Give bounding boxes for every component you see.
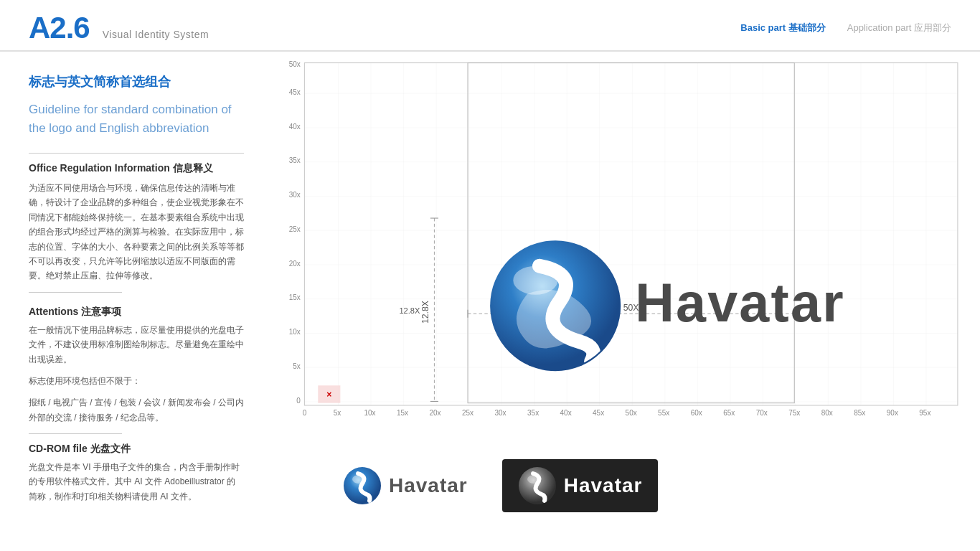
section-title-zh: 标志与英文简称首选组合 bbox=[29, 73, 244, 90]
svg-text:10x: 10x bbox=[289, 328, 301, 336]
svg-text:45x: 45x bbox=[289, 88, 301, 96]
logo-dark-version: Havatar bbox=[502, 459, 659, 512]
svg-text:90x: 90x bbox=[887, 409, 898, 417]
cdrom-body: 光盘文件是本 VI 手册电子文件的集合，内含手册制作时的专用软件格式文件。其中 … bbox=[29, 460, 244, 504]
svg-text:20x: 20x bbox=[289, 260, 301, 268]
guideline-text: Guideline for standard combination of th… bbox=[29, 100, 244, 137]
svg-text:15x: 15x bbox=[289, 293, 301, 301]
svg-text:85x: 85x bbox=[854, 409, 865, 417]
page-header: A2.6 Visual Identity System Basic part 基… bbox=[0, 0, 980, 52]
svg-text:55x: 55x bbox=[658, 409, 669, 417]
main-content: 标志与英文简称首选组合 Guideline for standard combi… bbox=[0, 52, 980, 532]
svg-text:50x: 50x bbox=[289, 60, 301, 68]
svg-text:0: 0 bbox=[296, 397, 301, 405]
cdrom-label: CD-ROM file 光盘文件 bbox=[29, 443, 244, 456]
svg-text:80x: 80x bbox=[821, 409, 833, 417]
svg-text:30x: 30x bbox=[495, 409, 507, 417]
header-left: A2.6 Visual Identity System bbox=[29, 13, 209, 43]
svg-text:Havatar: Havatar bbox=[635, 273, 845, 333]
logo-light-version: Havatar bbox=[330, 461, 481, 511]
sphere-icon-light bbox=[343, 466, 382, 505]
havatar-text-dark: Havatar bbox=[564, 474, 643, 497]
svg-text:65x: 65x bbox=[723, 409, 735, 417]
bottom-logos: Havatar bbox=[273, 446, 966, 525]
sphere-icon-dark bbox=[518, 466, 557, 505]
svg-text:45x: 45x bbox=[593, 409, 604, 417]
svg-text:×: × bbox=[326, 390, 331, 400]
right-panel: 0 5x 10x 15x 20x 25x 30x 35x 40x 45x 50x… bbox=[273, 52, 980, 532]
svg-text:5x: 5x bbox=[293, 362, 301, 370]
svg-text:25x: 25x bbox=[462, 409, 473, 417]
svg-text:95x: 95x bbox=[919, 409, 930, 417]
attention-body1: 在一般情况下使用品牌标志，应尽量使用提供的光盘电子文件，不建议使用标准制图绘制标… bbox=[29, 323, 244, 367]
nav-basic-part[interactable]: Basic part 基础部分 bbox=[740, 22, 825, 34]
svg-point-55 bbox=[527, 475, 540, 484]
attention-body2: 标志使用环境包括但不限于： bbox=[29, 374, 244, 388]
page-subtitle: Visual Identity System bbox=[103, 29, 209, 40]
svg-text:75x: 75x bbox=[788, 409, 800, 417]
svg-text:20x: 20x bbox=[429, 409, 440, 417]
divider-mid bbox=[29, 292, 122, 293]
svg-text:70x: 70x bbox=[756, 409, 768, 417]
attention-body3: 报纸 / 电视广告 / 宣传 / 包装 / 会议 / 新闻发布会 / 公司内外部… bbox=[29, 395, 244, 425]
chart-container: 0 5x 10x 15x 20x 25x 30x 35x 40x 45x 50x… bbox=[273, 59, 966, 446]
svg-text:5x: 5x bbox=[334, 409, 341, 417]
divider-bot bbox=[29, 433, 122, 434]
office-body: 为适应不同使用场合与环境，确保信息传达的清晰与准确，特设计了企业品牌的多种组合，… bbox=[29, 181, 244, 283]
svg-text:50x: 50x bbox=[626, 409, 637, 417]
page-title: A2.6 bbox=[29, 13, 90, 43]
header-nav: Basic part 基础部分 Application part 应用部分 bbox=[740, 22, 951, 34]
office-label: Office Regulation Information 信息释义 bbox=[29, 162, 244, 175]
svg-point-52 bbox=[352, 475, 365, 484]
svg-text:40x: 40x bbox=[560, 409, 572, 417]
svg-rect-1 bbox=[304, 63, 957, 405]
divider-top bbox=[29, 153, 244, 154]
svg-text:25x: 25x bbox=[289, 225, 301, 233]
svg-text:0: 0 bbox=[303, 409, 307, 417]
svg-text:12.8X: 12.8X bbox=[420, 301, 430, 324]
havatar-text-light: Havatar bbox=[389, 474, 468, 497]
svg-text:30x: 30x bbox=[289, 191, 301, 199]
svg-text:15x: 15x bbox=[397, 409, 408, 417]
attention-label: Attentions 注意事项 bbox=[29, 306, 244, 319]
left-panel: 标志与英文简称首选组合 Guideline for standard combi… bbox=[0, 52, 273, 532]
nav-application-part[interactable]: Application part 应用部分 bbox=[847, 22, 951, 34]
svg-text:35x: 35x bbox=[527, 409, 539, 417]
svg-text:10x: 10x bbox=[364, 409, 375, 417]
svg-text:35x: 35x bbox=[289, 156, 301, 164]
chart-svg: 0 5x 10x 15x 20x 25x 30x 35x 40x 45x 50x… bbox=[273, 59, 966, 425]
svg-text:12.8X: 12.8X bbox=[399, 306, 420, 315]
svg-point-48 bbox=[513, 266, 557, 295]
svg-text:40x: 40x bbox=[289, 123, 301, 131]
svg-text:60x: 60x bbox=[691, 409, 702, 417]
